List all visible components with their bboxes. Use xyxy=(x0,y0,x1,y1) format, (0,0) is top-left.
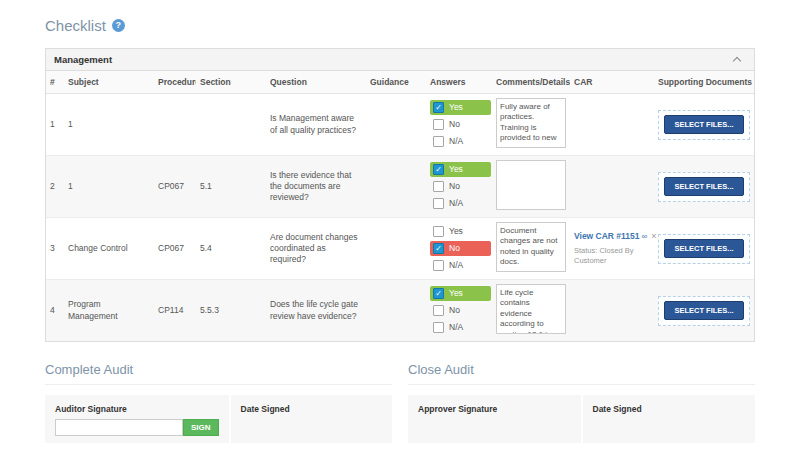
file-dropzone[interactable]: SELECT FILES... xyxy=(658,110,750,140)
cell-procedure: CP067 xyxy=(154,156,196,218)
answer-option-no[interactable]: No xyxy=(430,179,491,194)
table-row: 11Is Management aware of all quality pra… xyxy=(46,94,754,156)
cell-subject: 1 xyxy=(64,156,154,218)
answer-option-no[interactable]: No xyxy=(430,241,491,256)
answer-label: Yes xyxy=(449,164,463,175)
chevron-up-icon[interactable] xyxy=(733,56,741,64)
table-row: 3Change ControlCP0675.4Are document chan… xyxy=(46,218,754,280)
remove-car-icon[interactable]: × xyxy=(651,231,656,241)
checkbox-unchecked-icon[interactable] xyxy=(433,305,444,316)
answer-option-na[interactable]: N/A xyxy=(430,134,491,149)
select-files-button[interactable]: SELECT FILES... xyxy=(664,115,743,134)
cell-num: 3 xyxy=(46,218,64,280)
cell-comments: Document changes are not noted in qualit… xyxy=(492,218,570,280)
auditor-signature-label: Auditor Signature xyxy=(55,404,219,414)
select-files-button[interactable]: SELECT FILES... xyxy=(664,177,743,196)
checkbox-unchecked-icon[interactable] xyxy=(433,181,444,192)
group-header-management[interactable]: Management xyxy=(46,49,754,71)
cell-question: Is Management aware of all quality pract… xyxy=(266,94,366,156)
close-audit-section: Close Audit Approver Signature Date Sign… xyxy=(408,362,755,443)
date-signed-cell: Date Signed xyxy=(231,395,392,443)
cell-procedure xyxy=(154,94,196,156)
cell-car xyxy=(570,156,654,218)
answer-label: No xyxy=(449,305,460,316)
comments-textarea[interactable]: Life cycle contains evidence according t… xyxy=(496,284,566,334)
table-row: 4Program ManagementCP1145.5.3Does the li… xyxy=(46,280,754,342)
answer-label: No xyxy=(449,119,460,130)
select-files-button[interactable]: SELECT FILES... xyxy=(664,301,743,320)
cell-supporting-documents: SELECT FILES... xyxy=(654,94,754,156)
checkbox-unchecked-icon[interactable] xyxy=(433,260,444,271)
checkbox-unchecked-icon[interactable] xyxy=(433,136,444,147)
column-header-4: Question xyxy=(266,71,366,94)
cell-supporting-documents: SELECT FILES... xyxy=(654,156,754,218)
answer-label: Yes xyxy=(449,226,463,237)
divider xyxy=(408,384,755,385)
checkbox-checked-icon[interactable] xyxy=(433,164,444,175)
link-icon: ∞ xyxy=(642,232,648,241)
answer-label: No xyxy=(449,181,460,192)
cell-procedure: CP067 xyxy=(154,218,196,280)
checkbox-unchecked-icon[interactable] xyxy=(433,198,444,209)
complete-audit-title: Complete Audit xyxy=(45,362,392,377)
comments-textarea[interactable]: Fully aware of practices. Training is pr… xyxy=(496,98,566,148)
checklist-screen: Checklist ? Management #SubjectProcedure… xyxy=(0,0,800,450)
cell-answers: YesNoN/A xyxy=(426,280,492,342)
answer-option-na[interactable]: N/A xyxy=(430,258,491,273)
answer-label: N/A xyxy=(449,198,463,209)
answer-option-no[interactable]: No xyxy=(430,303,491,318)
answer-option-yes[interactable]: Yes xyxy=(430,162,491,177)
cell-subject: Program Management xyxy=(64,280,154,342)
column-header-5: Guidance xyxy=(366,71,426,94)
date-signed-label: Date Signed xyxy=(593,404,746,414)
complete-audit-section: Complete Audit Auditor Signature SIGN Da… xyxy=(45,362,392,443)
cell-subject: 1 xyxy=(64,94,154,156)
comments-textarea[interactable] xyxy=(496,160,566,210)
cell-supporting-documents: SELECT FILES... xyxy=(654,218,754,280)
answer-label: Yes xyxy=(449,102,463,113)
cell-comments xyxy=(492,156,570,218)
comments-textarea[interactable]: Document changes are not noted in qualit… xyxy=(496,222,566,272)
close-audit-title: Close Audit xyxy=(408,362,755,377)
file-dropzone[interactable]: SELECT FILES... xyxy=(658,234,750,264)
auditor-signature-input[interactable] xyxy=(55,419,183,436)
cell-car xyxy=(570,94,654,156)
answer-option-na[interactable]: N/A xyxy=(430,196,491,211)
checkbox-unchecked-icon[interactable] xyxy=(433,322,444,333)
cell-section xyxy=(196,94,266,156)
answer-label: N/A xyxy=(449,260,463,271)
cell-num: 2 xyxy=(46,156,64,218)
answer-option-yes[interactable]: Yes xyxy=(430,224,491,239)
checkbox-checked-icon[interactable] xyxy=(433,243,444,254)
checkbox-unchecked-icon[interactable] xyxy=(433,226,444,237)
column-header-8: CAR xyxy=(570,71,654,94)
file-dropzone[interactable]: SELECT FILES... xyxy=(658,172,750,202)
cell-guidance xyxy=(366,218,426,280)
checkbox-checked-icon[interactable] xyxy=(433,288,444,299)
cell-answers: YesNoN/A xyxy=(426,94,492,156)
answer-label: No xyxy=(449,243,460,254)
approver-signature-cell: Approver Signature xyxy=(408,395,581,443)
checklist-panel: Management #SubjectProcedureSectionQuest… xyxy=(45,48,755,342)
cell-car xyxy=(570,280,654,342)
select-files-button[interactable]: SELECT FILES... xyxy=(664,239,743,258)
checkbox-checked-icon[interactable] xyxy=(433,102,444,113)
help-icon[interactable]: ? xyxy=(112,19,125,32)
checkbox-unchecked-icon[interactable] xyxy=(433,119,444,130)
cell-guidance xyxy=(366,94,426,156)
answer-label: Yes xyxy=(449,288,463,299)
date-signed-cell: Date Signed xyxy=(583,395,756,443)
group-title: Management xyxy=(54,54,112,65)
cell-answers: YesNoN/A xyxy=(426,218,492,280)
approver-signature-label: Approver Signature xyxy=(418,404,571,414)
answer-option-no[interactable]: No xyxy=(430,117,491,132)
sign-button[interactable]: SIGN xyxy=(183,419,219,436)
view-car-link[interactable]: View CAR #1151 xyxy=(574,231,640,241)
answer-option-na[interactable]: N/A xyxy=(430,320,491,335)
column-header-7: Comments/Details xyxy=(492,71,570,94)
cell-car: View CAR #1151∞×Status: Closed By Custom… xyxy=(570,218,654,280)
cell-subject: Change Control xyxy=(64,218,154,280)
answer-option-yes[interactable]: Yes xyxy=(430,100,491,115)
file-dropzone[interactable]: SELECT FILES... xyxy=(658,296,750,326)
answer-option-yes[interactable]: Yes xyxy=(430,286,491,301)
